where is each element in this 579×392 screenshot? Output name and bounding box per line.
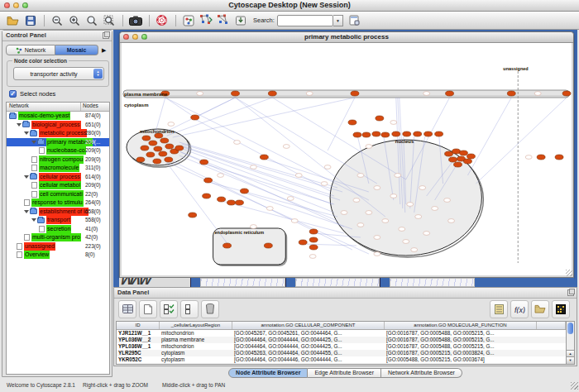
tree-row[interactable]: nucleobase-co209(0): [7, 146, 109, 155]
show-graphics-details-button[interactable]: [180, 13, 196, 28]
disclosure-triangle-icon[interactable]: [24, 210, 29, 213]
float-panel-icon[interactable]: [103, 32, 109, 39]
table-cell[interactable]: [GO:0005488, GO:0005215, GO:0003674]: [385, 356, 537, 363]
network-node[interactable]: [153, 159, 161, 164]
network-edge[interactable]: [467, 98, 511, 175]
network-node[interactable]: [235, 200, 243, 205]
network-node[interactable]: [423, 232, 430, 236]
network-node[interactable]: [446, 91, 454, 96]
network-node[interactable]: [154, 146, 162, 151]
network-node[interactable]: [232, 91, 240, 96]
tree-row[interactable]: cellular metabol209(0): [7, 181, 109, 190]
new-attribute-button[interactable]: [139, 300, 157, 318]
network-node[interactable]: [341, 211, 347, 215]
network-edge[interactable]: [476, 98, 567, 184]
tree-row[interactable]: primary metabolic209(...: [7, 138, 109, 147]
network-node[interactable]: [266, 207, 273, 211]
network-node[interactable]: [399, 227, 405, 232]
help-button[interactable]: [154, 13, 170, 28]
network-edge[interactable]: [165, 98, 195, 117]
tree-row[interactable]: secretion41(0): [7, 225, 109, 234]
float-panel-icon[interactable]: [567, 289, 574, 296]
network-desktop[interactable]: primary metabolic process plasma membran…: [113, 30, 577, 287]
disclosure-triangle-icon[interactable]: [17, 123, 22, 127]
network-node[interactable]: [240, 189, 248, 194]
tab-network-attribute-browser[interactable]: Network Attribute Browser: [381, 368, 462, 378]
network-window-titlebar[interactable]: primary metabolic process: [120, 32, 573, 43]
table-cell[interactable]: [GO:0044464, GO:0044446, GO:0044444, G..…: [232, 356, 385, 363]
table-cell[interactable]: mitochondrion: [160, 330, 232, 337]
table-scrollbar[interactable]: ▲ ▼: [566, 321, 575, 365]
tree-row[interactable]: establishment of lo558(0): [7, 208, 109, 217]
tab-network[interactable]: Network: [6, 45, 55, 55]
attribute-grid-button[interactable]: [118, 300, 136, 318]
network-node[interactable]: [403, 240, 409, 244]
network-node[interactable]: [348, 120, 356, 125]
disclosure-triangle-icon[interactable]: [24, 175, 29, 179]
tree-row[interactable]: unassigned223(0): [7, 242, 109, 251]
table-column-header[interactable]: annotation.GO CELLULAR_COMPONENT: [232, 322, 385, 329]
network-node[interactable]: [160, 138, 169, 143]
table-cell[interactable]: [GO:0044464, GO:0044444, GO:0044425, G..…: [232, 363, 385, 365]
table-row[interactable]: YPL036W__1mitochondrion[GO:0044464, GO:0…: [117, 343, 566, 350]
select-attributes-button[interactable]: [160, 300, 178, 318]
more-tabs-arrow[interactable]: ▶: [102, 47, 106, 54]
table-cell[interactable]: cytoplasm: [160, 356, 232, 363]
network-node[interactable]: [353, 132, 361, 137]
network-node[interactable]: [142, 136, 151, 141]
network-node[interactable]: [204, 178, 213, 183]
network-node[interactable]: [306, 92, 313, 96]
network-node[interactable]: [407, 203, 414, 207]
network-node[interactable]: [525, 155, 532, 160]
network-node[interactable]: [366, 211, 372, 215]
network-node[interactable]: [372, 131, 380, 136]
table-cell[interactable]: YPL036W__2: [117, 337, 160, 343]
table-row[interactable]: YKR052Ccytoplasm[GO:0044464, GO:0044446,…: [117, 356, 566, 363]
network-node[interactable]: [444, 198, 451, 203]
import-network-button[interactable]: [232, 13, 248, 28]
network-node[interactable]: [424, 131, 433, 136]
network-node[interactable]: [200, 160, 208, 165]
network-node[interactable]: [324, 165, 331, 170]
node-color-combobox[interactable]: transporter activity ▲▼: [13, 67, 104, 80]
network-node[interactable]: [287, 197, 294, 201]
table-cell[interactable]: [GO:0016787, GO:0005488, GO:0005215, G..…: [385, 337, 537, 343]
network-node[interactable]: [381, 132, 390, 137]
network-node[interactable]: [374, 186, 380, 190]
network-node[interactable]: [197, 92, 203, 96]
network-node[interactable]: [146, 152, 155, 157]
tab-mosaic[interactable]: Mosaic: [55, 45, 98, 55]
scrollbar-thumb[interactable]: [567, 323, 573, 334]
network-node[interactable]: [374, 252, 380, 256]
network-node[interactable]: [250, 225, 256, 229]
table-cell[interactable]: mitochondrion: [160, 363, 232, 365]
network-node[interactable]: [392, 131, 400, 136]
disclosure-triangle-icon[interactable]: [31, 141, 36, 144]
network-node[interactable]: [419, 186, 426, 190]
select-nodes-checkbox[interactable]: ✓: [9, 90, 17, 98]
network-node[interactable]: [376, 116, 384, 121]
network-node[interactable]: [136, 157, 145, 162]
network-node[interactable]: [309, 255, 316, 259]
tree-row[interactable]: mosaic-demo-yeast874(0): [7, 112, 109, 121]
unselect-attributes-button[interactable]: [180, 300, 199, 318]
zoom-out-button[interactable]: [49, 13, 65, 28]
network-node[interactable]: [159, 151, 167, 156]
import-attributes-button[interactable]: [531, 300, 549, 318]
background-windows-strip[interactable]: \ΛΙΛW: [119, 278, 574, 287]
network-node[interactable]: [507, 91, 515, 96]
tab-edge-attribute-browser[interactable]: Edge Attribute Browser: [308, 368, 381, 378]
table-cell[interactable]: [GO:0044464, GO:0044444, GO:0044425, G..…: [232, 343, 385, 350]
table-column-header[interactable]: ID: [117, 322, 160, 329]
zoom-in-button[interactable]: [66, 13, 82, 28]
table-column-header[interactable]: annotation.GO MOLECULAR_FUNCTION: [385, 322, 537, 329]
network-node[interactable]: [353, 198, 360, 203]
network-node[interactable]: [395, 174, 401, 178]
network-node[interactable]: [191, 115, 199, 120]
network-node[interactable]: [411, 248, 418, 252]
notes-button[interactable]: [490, 300, 508, 318]
table-cell[interactable]: [GO:0045267, GO:0045261, GO:0044464, G..…: [232, 330, 385, 337]
network-node[interactable]: [250, 165, 256, 170]
table-row[interactable]: YJR121W__1mitochondrion[GO:0045267, GO:0…: [117, 330, 566, 337]
network-node[interactable]: [448, 219, 455, 223]
